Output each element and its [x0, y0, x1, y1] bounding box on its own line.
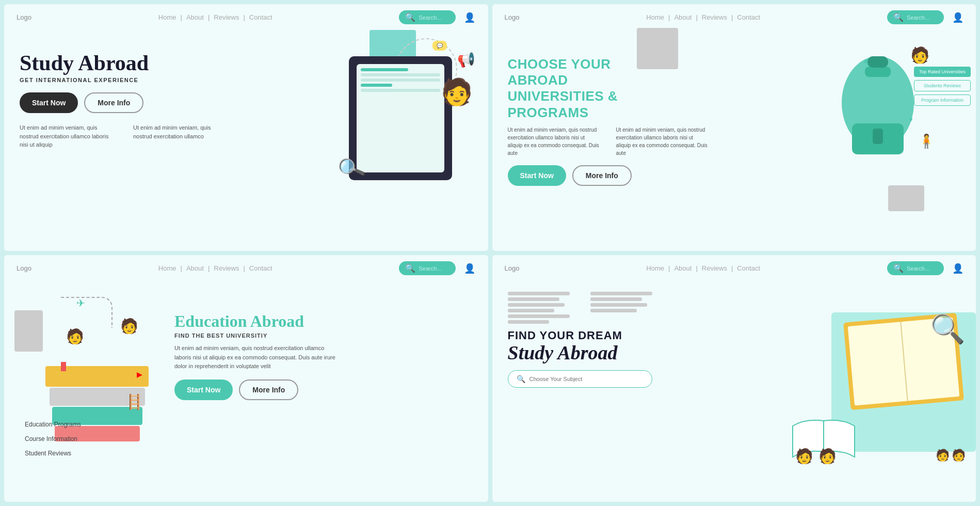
nav-links-4: Home | About | Reviews | Contact	[645, 264, 761, 272]
nav-home-3[interactable]: Home	[158, 264, 176, 272]
btn-group-3: Start Now More Info	[174, 380, 462, 400]
nav-home-4[interactable]: Home	[646, 264, 664, 272]
search-input-2[interactable]	[907, 14, 943, 21]
desc-cols-2: Ut enim ad minim veniam, quis nostrud ex…	[508, 126, 730, 157]
panel-find-dream: Logo Home | About | Reviews | Contact 🔍 …	[492, 255, 976, 502]
search-input-1[interactable]	[419, 14, 455, 21]
side-menu-2: Top Rated Universities Students Reviews …	[914, 67, 971, 106]
side-menu-item-1[interactable]: Students Reviews	[914, 80, 971, 91]
nav-contact-4[interactable]: Contact	[737, 264, 760, 272]
main-title-2: CHOOSE YOUR ABROAD UNIVERSITIES & PROGRA…	[508, 56, 657, 121]
person-reading-2: 🧑	[120, 318, 138, 335]
triangle-icon: ▲	[862, 56, 870, 65]
nav-search-3[interactable]: 🔍	[399, 261, 456, 275]
nav-about-1[interactable]: About	[186, 13, 204, 21]
gray-bar	[590, 297, 642, 301]
main-title-3: Education Abroad	[174, 312, 462, 330]
logo-4: Logo	[505, 264, 520, 272]
triangle-icon-2: ▼	[908, 116, 914, 123]
person-icon-4b: 🧑	[818, 448, 837, 465]
user-icon-4[interactable]: 👤	[952, 263, 963, 274]
magnifier-icon-4: 🔍	[930, 312, 966, 346]
more-info-btn-1[interactable]: More Info	[84, 92, 143, 113]
nav-about-4[interactable]: About	[674, 264, 692, 272]
content-area-1: 💬 📢 🧑 🔍	[4, 30, 488, 227]
subject-search-bar[interactable]: 🔍	[508, 370, 652, 388]
person-reading-1: 🧑	[66, 328, 84, 345]
book-yellow: ▶	[45, 366, 149, 387]
start-now-btn-3[interactable]: Start Now	[174, 380, 233, 400]
panel-education-abroad: Logo Home | About | Reviews | Contact 🔍 …	[4, 255, 488, 502]
search-icon-2: 🔍	[893, 12, 904, 22]
side-menu-item-0[interactable]: Top Rated Universities	[914, 67, 971, 77]
nav-contact-2[interactable]: Contact	[737, 13, 760, 21]
nav-search-2[interactable]: 🔍	[887, 10, 944, 24]
nav-links-1: Home | About | Reviews | Contact	[157, 13, 274, 21]
sidebar-link-2[interactable]: Student Reviews	[25, 450, 81, 457]
start-now-btn-1[interactable]: Start Now	[20, 92, 78, 113]
nav-bar-3: Logo Home | About | Reviews | Contact 🔍 …	[4, 255, 488, 281]
gray-bar	[508, 314, 570, 318]
side-menu-item-2[interactable]: Program Information	[914, 94, 971, 106]
svg-rect-2	[865, 67, 891, 77]
more-info-btn-2[interactable]: More Info	[572, 165, 632, 186]
deco-gray-2	[637, 28, 678, 69]
gray-bar	[508, 309, 554, 312]
nav-contact-1[interactable]: Contact	[249, 13, 272, 21]
illustration-1: 💬 📢 🧑 🔍	[313, 25, 488, 201]
screen-line-4	[361, 84, 393, 87]
ladder-icon: 🪜	[125, 393, 143, 410]
nav-about-3[interactable]: About	[186, 264, 204, 272]
nav-bar-4: Logo Home | About | Reviews | Contact 🔍 …	[492, 255, 976, 281]
person-icon-4a: 🧑	[795, 448, 813, 465]
gray-bar	[590, 292, 652, 295]
user-icon-2[interactable]: 👤	[952, 12, 963, 23]
sidebar-links-3: Education Programs Course Information St…	[25, 421, 81, 457]
bookmark-icon	[61, 362, 66, 371]
right-side-3: Education Abroad FIND THE BEST UNIVERSIT…	[164, 292, 473, 467]
screen-line-2	[361, 73, 440, 76]
dashed-arrow	[61, 297, 113, 328]
screen-line-1	[361, 68, 408, 71]
more-info-btn-3[interactable]: More Info	[239, 380, 298, 400]
nav-reviews-1[interactable]: Reviews	[214, 13, 239, 21]
nav-bar-2: Logo Home | About | Reviews | Contact 🔍 …	[492, 4, 976, 30]
illustration-2: 🧑 🧍 ▲ ▼ Top Rated Universities Students …	[826, 36, 971, 216]
subject-input[interactable]	[529, 376, 644, 382]
books-illustration: ✈ 🧑 🧑 ▶ 🪜	[35, 297, 149, 441]
search-input-3[interactable]	[419, 265, 455, 272]
nav-contact-3[interactable]: Contact	[249, 264, 272, 272]
sidebar-link-1[interactable]: Course Information	[25, 435, 81, 442]
nav-links-2: Home | About | Reviews | Contact	[645, 13, 761, 21]
backpack-illustration: 🧑 🧍 ▲ ▼	[837, 51, 919, 165]
panel-study-abroad: Logo Home | About | Reviews | Contact 🔍 …	[4, 4, 488, 251]
user-icon-3[interactable]: 👤	[464, 263, 475, 274]
desc-col-2a: Ut enim ad minim veniam, quis nostrud ex…	[508, 126, 601, 157]
nav-about-2[interactable]: About	[674, 13, 692, 21]
content-area-2: CHOOSE YOUR ABROAD UNIVERSITIES & PROGRA…	[492, 30, 976, 227]
nav-home-1[interactable]: Home	[158, 13, 176, 21]
start-now-btn-2[interactable]: Start Now	[508, 165, 566, 186]
gray-bar	[590, 303, 647, 307]
person-icon-4c: 🧑	[936, 449, 950, 462]
heading-area-4: FIND YOUR DREAM Study Abroad	[508, 329, 688, 364]
sidebar-link-0[interactable]: Education Programs	[25, 421, 81, 428]
nav-reviews-2[interactable]: Reviews	[702, 13, 727, 21]
nav-reviews-3[interactable]: Reviews	[214, 264, 239, 272]
nav-search-1[interactable]: 🔍	[399, 10, 456, 24]
screen-line-5	[361, 89, 440, 92]
search-icon-4: 🔍	[893, 263, 904, 273]
nav-reviews-4[interactable]: Reviews	[702, 264, 727, 272]
nav-home-2[interactable]: Home	[646, 13, 664, 21]
user-icon-1[interactable]: 👤	[464, 12, 475, 23]
logo-2: Logo	[505, 13, 520, 21]
main-title-1: Study Abroad	[20, 51, 200, 75]
svg-rect-4	[873, 129, 883, 144]
content-area-3: ✈ 🧑 🧑 ▶ 🪜 Educatio	[4, 281, 488, 478]
person-on-backpack: 🧑	[910, 46, 929, 64]
people-group-4: 🧑 🧑	[795, 448, 837, 465]
nav-search-4[interactable]: 🔍	[887, 261, 944, 275]
tablet-screen	[357, 64, 444, 172]
screen-line-3	[361, 78, 440, 82]
search-input-4[interactable]	[907, 265, 943, 272]
